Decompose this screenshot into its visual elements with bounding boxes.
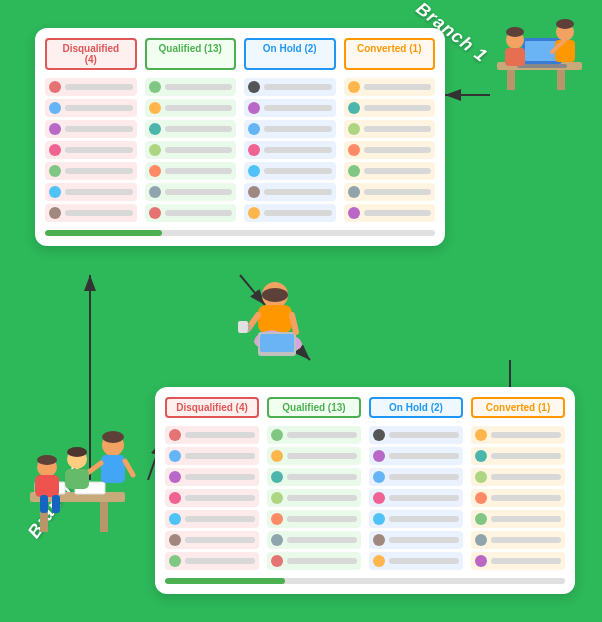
card[interactable]: [244, 162, 336, 180]
svg-rect-9: [507, 70, 515, 90]
card[interactable]: [45, 162, 137, 180]
card[interactable]: [244, 141, 336, 159]
card[interactable]: [165, 447, 259, 465]
card[interactable]: [165, 531, 259, 549]
card[interactable]: [145, 141, 237, 159]
card[interactable]: [471, 447, 565, 465]
col-label-disqualified-2: Disqualified (4): [165, 397, 259, 418]
svg-point-19: [506, 27, 524, 37]
card[interactable]: [267, 510, 361, 528]
card[interactable]: [344, 183, 436, 201]
card[interactable]: [369, 552, 463, 570]
card[interactable]: [344, 162, 436, 180]
card[interactable]: [165, 552, 259, 570]
card[interactable]: [165, 426, 259, 444]
card[interactable]: [369, 468, 463, 486]
card[interactable]: [344, 78, 436, 96]
col-label-onhold-2: On Hold (2): [369, 397, 463, 418]
card[interactable]: [267, 531, 361, 549]
card[interactable]: [344, 120, 436, 138]
card[interactable]: [244, 99, 336, 117]
card[interactable]: [244, 204, 336, 222]
svg-line-41: [125, 461, 133, 475]
card[interactable]: [145, 204, 237, 222]
card[interactable]: [244, 120, 336, 138]
card[interactable]: [369, 426, 463, 444]
person-center-illustration: [230, 277, 320, 367]
col-qualified-2: [267, 426, 361, 570]
svg-point-45: [37, 455, 57, 465]
svg-rect-39: [101, 455, 125, 483]
card[interactable]: [267, 552, 361, 570]
card[interactable]: [244, 78, 336, 96]
col-converted-1: [344, 78, 436, 222]
card[interactable]: [471, 468, 565, 486]
card[interactable]: [45, 120, 137, 138]
card[interactable]: [145, 78, 237, 96]
svg-point-20: [556, 19, 574, 29]
card[interactable]: [267, 468, 361, 486]
board2-columns: [165, 426, 565, 570]
card[interactable]: [145, 99, 237, 117]
card[interactable]: [344, 99, 436, 117]
card[interactable]: [369, 447, 463, 465]
card[interactable]: [344, 204, 436, 222]
card[interactable]: [45, 99, 137, 117]
card[interactable]: [267, 489, 361, 507]
col-label-converted-2: Converted (1): [471, 397, 565, 418]
card[interactable]: [267, 426, 361, 444]
col-label-qualified-1: Qualified (13): [145, 38, 237, 70]
svg-rect-29: [260, 334, 294, 352]
col-label-qualified-2: Qualified (13): [267, 397, 361, 418]
card[interactable]: [471, 552, 565, 570]
card[interactable]: [244, 183, 336, 201]
col-qualified-1: [145, 78, 237, 222]
col-label-onhold-1: On Hold (2): [244, 38, 336, 70]
card[interactable]: [165, 510, 259, 528]
col-label-converted-1: Converted (1): [344, 38, 436, 70]
svg-point-48: [67, 447, 87, 457]
board1-header: Disqualified (4) Qualified (13) On Hold …: [45, 38, 435, 70]
svg-rect-32: [238, 321, 248, 333]
team-right-illustration: [477, 10, 592, 100]
card[interactable]: [369, 510, 463, 528]
col-converted-2: [471, 426, 565, 570]
svg-rect-44: [35, 475, 59, 497]
card[interactable]: [145, 183, 237, 201]
card[interactable]: [165, 468, 259, 486]
card[interactable]: [471, 531, 565, 549]
card[interactable]: [165, 489, 259, 507]
svg-rect-13: [517, 64, 567, 68]
board1-columns: [45, 78, 435, 222]
card[interactable]: [267, 447, 361, 465]
svg-rect-17: [555, 40, 575, 62]
svg-rect-35: [100, 502, 108, 532]
card[interactable]: [145, 162, 237, 180]
svg-rect-23: [258, 305, 292, 333]
card[interactable]: [45, 183, 137, 201]
card[interactable]: [45, 204, 137, 222]
col-disqualified-2: [165, 426, 259, 570]
card[interactable]: [45, 141, 137, 159]
card[interactable]: [471, 510, 565, 528]
svg-point-22: [262, 288, 288, 302]
svg-rect-15: [505, 48, 525, 66]
svg-rect-49: [40, 495, 48, 513]
card[interactable]: [369, 489, 463, 507]
card[interactable]: [369, 531, 463, 549]
card[interactable]: [344, 141, 436, 159]
col-onhold-1: [244, 78, 336, 222]
svg-rect-50: [52, 495, 60, 513]
card[interactable]: [45, 78, 137, 96]
card[interactable]: [471, 489, 565, 507]
board2-progress: [165, 578, 565, 584]
board2-header: Disqualified (4) Qualified (13) On Hold …: [165, 397, 565, 418]
col-disqualified-1: [45, 78, 137, 222]
col-onhold-2: [369, 426, 463, 570]
card[interactable]: [145, 120, 237, 138]
svg-rect-10: [557, 70, 565, 90]
team-left-illustration: [5, 417, 145, 547]
svg-rect-47: [65, 469, 89, 489]
col-label-disqualified-1: Disqualified (4): [45, 38, 137, 70]
card[interactable]: [471, 426, 565, 444]
